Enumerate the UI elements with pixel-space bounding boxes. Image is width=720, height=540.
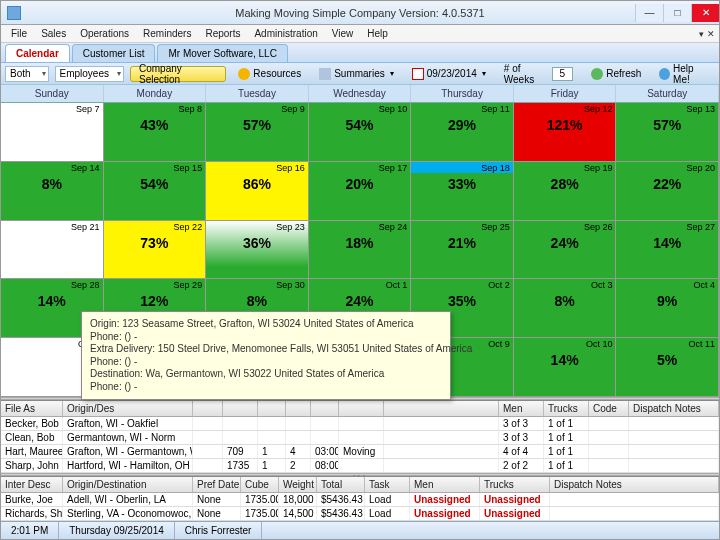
- jobs-grid-1: File AsOrigin/DesMenTrucksCodeDispatch N…: [1, 400, 719, 473]
- calendar-cell[interactable]: Sep 2521%: [411, 221, 514, 280]
- menu-view[interactable]: View: [326, 26, 360, 41]
- column-header[interactable]: Origin/Destination: [63, 477, 193, 492]
- column-header[interactable]: Weight: [279, 477, 317, 492]
- table-row[interactable]: Richards, SheriSterling, VA - Oconomowoc…: [1, 507, 719, 521]
- column-header[interactable]: [311, 401, 339, 416]
- collapse-icon[interactable]: ▾ ✕: [699, 29, 715, 39]
- calendar-header: SundayMondayTuesdayWednesdayThursdayFrid…: [1, 85, 719, 103]
- calendar-cell[interactable]: Sep 1928%: [514, 162, 617, 221]
- resources-button[interactable]: Resources: [232, 67, 307, 81]
- table-row[interactable]: Burke, JoeAdell, WI - Oberlin, LANone173…: [1, 493, 719, 507]
- day-header: Sunday: [1, 85, 104, 102]
- column-header[interactable]: Cube: [241, 477, 279, 492]
- minimize-button[interactable]: —: [635, 4, 663, 22]
- app-icon: [7, 6, 21, 20]
- calendar-cell[interactable]: Sep 12121%: [514, 103, 617, 162]
- menu-file[interactable]: File: [5, 26, 33, 41]
- calendar-cell[interactable]: Sep 2624%: [514, 221, 617, 280]
- window-title: Making Moving Simple Company Version: 4.…: [235, 7, 484, 19]
- column-header[interactable]: Task: [365, 477, 410, 492]
- column-header[interactable]: [193, 401, 223, 416]
- column-header[interactable]: Men: [410, 477, 480, 492]
- calendar-cell[interactable]: Sep 1720%: [309, 162, 412, 221]
- resources-icon: [238, 68, 250, 80]
- tab-company[interactable]: Mr Mover Software, LLC: [157, 44, 287, 62]
- day-header: Saturday: [616, 85, 719, 102]
- status-user: Chris Forrester: [175, 522, 263, 539]
- day-header: Wednesday: [309, 85, 412, 102]
- statusbar: 2:01 PM Thursday 09/25/2014 Chris Forres…: [1, 521, 719, 539]
- maximize-button[interactable]: □: [663, 4, 691, 22]
- column-header[interactable]: Origin/Des: [63, 401, 193, 416]
- calendar-cell[interactable]: Oct 1014%: [514, 338, 617, 397]
- menu-reminders[interactable]: Reminders: [137, 26, 197, 41]
- date-picker[interactable]: 09/23/2014▾: [406, 67, 492, 81]
- close-button[interactable]: ✕: [691, 4, 719, 22]
- day-header: Friday: [514, 85, 617, 102]
- weeks-spinner[interactable]: 5: [552, 67, 574, 81]
- tabstrip: Calendar Customer List Mr Mover Software…: [1, 43, 719, 63]
- help-icon: [659, 68, 670, 80]
- calendar-cell[interactable]: Sep 1357%: [616, 103, 719, 162]
- day-header: Thursday: [411, 85, 514, 102]
- calendar-cell[interactable]: Oct 115%: [616, 338, 719, 397]
- table-row[interactable]: Becker, BobGrafton, WI - Oakfiel3 of 31 …: [1, 417, 719, 431]
- menu-help[interactable]: Help: [361, 26, 394, 41]
- filter-select-2[interactable]: Employees: [55, 66, 124, 82]
- titlebar: Making Moving Simple Company Version: 4.…: [1, 1, 719, 25]
- calendar-cell[interactable]: Sep 2022%: [616, 162, 719, 221]
- company-selection-button[interactable]: Company Selection: [130, 66, 226, 82]
- calendar-cell[interactable]: Sep 1554%: [104, 162, 207, 221]
- calendar-cell[interactable]: Sep 7: [1, 103, 104, 162]
- refresh-button[interactable]: Refresh: [585, 67, 647, 81]
- calendar-cell[interactable]: Sep 957%: [206, 103, 309, 162]
- event-tooltip: Origin: 123 Seasame Street, Grafton, WI …: [81, 311, 451, 400]
- column-header[interactable]: Men: [499, 401, 544, 416]
- summaries-icon: [319, 68, 331, 80]
- table-row[interactable]: Clean, BobGermantown, WI - Norm3 of 31 o…: [1, 431, 719, 445]
- menu-reports[interactable]: Reports: [199, 26, 246, 41]
- calendar-cell[interactable]: Sep 2418%: [309, 221, 412, 280]
- menu-administration[interactable]: Administration: [248, 26, 323, 41]
- calendar-cell[interactable]: Sep 1129%: [411, 103, 514, 162]
- calendar-cell[interactable]: Oct 38%: [514, 279, 617, 338]
- help-button[interactable]: Help Me!: [653, 62, 715, 86]
- column-header[interactable]: Dispatch Notes: [629, 401, 719, 416]
- column-header[interactable]: [223, 401, 258, 416]
- calendar-cell[interactable]: Sep 1686%: [206, 162, 309, 221]
- column-header[interactable]: [258, 401, 286, 416]
- calendar-cell[interactable]: Sep 21: [1, 221, 104, 280]
- tab-calendar[interactable]: Calendar: [5, 44, 70, 62]
- day-header: Monday: [104, 85, 207, 102]
- summaries-button[interactable]: Summaries▾: [313, 67, 400, 81]
- menu-operations[interactable]: Operations: [74, 26, 135, 41]
- calendar-cell[interactable]: Oct 49%: [616, 279, 719, 338]
- menu-sales[interactable]: Sales: [35, 26, 72, 41]
- calendar-icon: [412, 68, 424, 80]
- column-header[interactable]: Inter Desc: [1, 477, 63, 492]
- column-header[interactable]: Trucks: [480, 477, 550, 492]
- menubar: File Sales Operations Reminders Reports …: [1, 25, 719, 43]
- calendar-cell[interactable]: Sep 843%: [104, 103, 207, 162]
- weeks-control: # of Weeks5: [498, 62, 579, 86]
- column-header[interactable]: Trucks: [544, 401, 589, 416]
- column-header[interactable]: [286, 401, 311, 416]
- splitter-2[interactable]: [1, 473, 719, 476]
- table-row[interactable]: Hart, MaureenGrafton, WI - Germantown, W…: [1, 445, 719, 459]
- calendar-cell[interactable]: Sep 2714%: [616, 221, 719, 280]
- status-time: 2:01 PM: [1, 522, 59, 539]
- calendar-cell[interactable]: Sep 1833%: [411, 162, 514, 221]
- toolbar: Both Employees Company Selection Resourc…: [1, 63, 719, 85]
- column-header[interactable]: Code: [589, 401, 629, 416]
- column-header[interactable]: [384, 401, 499, 416]
- tab-customer-list[interactable]: Customer List: [72, 44, 156, 62]
- column-header[interactable]: File As: [1, 401, 63, 416]
- calendar-cell[interactable]: Sep 148%: [1, 162, 104, 221]
- column-header[interactable]: Pref Date: [193, 477, 241, 492]
- jobs-grid-2: Inter DescOrigin/DestinationPref DateCub…: [1, 476, 719, 521]
- calendar-cell[interactable]: Sep 1054%: [309, 103, 412, 162]
- calendar-cell[interactable]: Sep 2273%: [104, 221, 207, 280]
- filter-select-1[interactable]: Both: [5, 66, 49, 82]
- calendar-cell[interactable]: Sep 2336%: [206, 221, 309, 280]
- column-header[interactable]: Dispatch Notes: [550, 477, 719, 492]
